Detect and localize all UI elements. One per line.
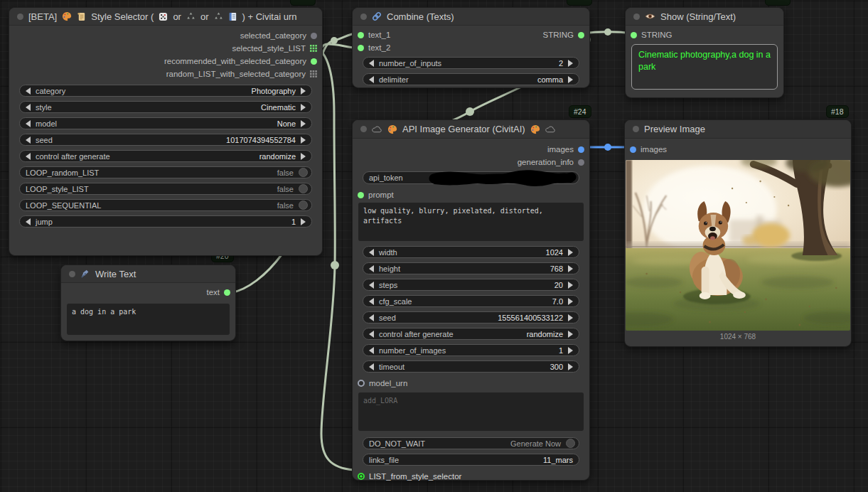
widget-number-of-images[interactable]: number_of_images 1 (363, 344, 579, 356)
slot-dot[interactable] (224, 289, 230, 296)
slot-dot[interactable] (578, 146, 584, 153)
slot-dot[interactable] (311, 58, 317, 65)
node-api-image-generator[interactable]: API Image Generator (CivitAI) images gen… (352, 119, 590, 481)
node-titlebar[interactable]: Combine (Texts) (353, 8, 589, 26)
widget-api-token[interactable]: api_token (363, 171, 579, 184)
collapse-dot[interactable] (360, 14, 367, 20)
input-slot-list-from-style-selector[interactable]: LIST_from_style_selector (353, 470, 589, 483)
decrement-arrow-icon[interactable] (369, 363, 374, 370)
output-slot-selected-category[interactable]: selected_category (9, 29, 322, 42)
decrement-arrow-icon[interactable] (369, 282, 374, 289)
widget-seed[interactable]: seed 1017074394552784 (19, 134, 312, 146)
decrement-arrow-icon[interactable] (26, 153, 31, 160)
widget-control-after-generate[interactable]: control after generate randomize (363, 328, 579, 340)
node-preview-image[interactable]: Preview Image images (624, 119, 852, 347)
node-write-text[interactable]: Write Text text a dog in a park (60, 264, 236, 341)
decrement-arrow-icon[interactable] (369, 347, 374, 354)
widget-timeout[interactable]: timeout 300 (363, 360, 579, 373)
decrement-arrow-icon[interactable] (26, 120, 31, 127)
increment-arrow-icon[interactable] (568, 265, 573, 272)
toggle-knob[interactable] (299, 184, 308, 193)
input-slot-dot[interactable] (358, 32, 364, 38)
widget-model[interactable]: model None (19, 117, 312, 129)
increment-arrow-icon[interactable] (568, 314, 573, 321)
widget-links-file[interactable]: links_file 11_mars (363, 454, 579, 466)
widget-number-of-inputs[interactable]: number_of_inputs 2 (363, 57, 579, 69)
slot-dot[interactable] (358, 473, 365, 480)
widget-jump[interactable]: jump 1 (19, 215, 312, 228)
widget-category[interactable]: category Photography (19, 85, 312, 97)
node-graph-canvas[interactable]: #24 #18 #20 [BETA] Style Selector ( or o… (0, 0, 868, 492)
list-grid-slot-icon[interactable] (310, 45, 317, 52)
negative-prompt-textarea[interactable]: low quality, blurry, pixelated, distorte… (358, 203, 584, 241)
write-text-textarea[interactable]: a dog in a park (67, 304, 230, 335)
output-slot-text[interactable]: text (61, 286, 235, 299)
decrement-arrow-icon[interactable] (369, 331, 374, 338)
output-slot-dot[interactable] (578, 32, 584, 38)
slot-dot[interactable] (311, 33, 317, 39)
collapse-dot[interactable] (360, 126, 367, 132)
decrement-arrow-icon[interactable] (26, 87, 31, 95)
input-slot-text2[interactable]: text_2 (353, 41, 589, 54)
toggle-knob[interactable] (566, 439, 575, 448)
input-slot-prompt[interactable]: prompt (353, 188, 589, 201)
node-titlebar[interactable]: [BETA] Style Selector ( or or ) + Civita… (9, 8, 322, 26)
widget-do-not-wait[interactable]: DO_NOT_WAIT Generate Now (363, 437, 579, 449)
input-slot-images[interactable]: images (625, 143, 851, 156)
node-combine-texts[interactable]: Combine (Texts) text_1 STRING text_2 num… (352, 7, 590, 88)
widget-loop-sequential[interactable]: LOOP_SEQUENTIAL false (19, 199, 312, 211)
output-slot-selected-style-list[interactable]: selected_style_LIST (9, 42, 322, 55)
decrement-arrow-icon[interactable] (369, 298, 374, 305)
increment-arrow-icon[interactable] (568, 60, 573, 67)
decrement-arrow-icon[interactable] (26, 218, 31, 225)
slot-dot[interactable] (358, 380, 365, 387)
collapse-dot[interactable] (633, 14, 640, 20)
increment-arrow-icon[interactable] (301, 104, 306, 111)
output-slot-generation-info[interactable]: generation_info (353, 156, 589, 169)
show-text-output[interactable]: Cinematic photography,a dog in a park (631, 44, 778, 90)
widget-seed[interactable]: seed 155561400533122 (363, 311, 579, 323)
node-titlebar[interactable]: Show (String/Text) (626, 8, 783, 26)
input-slot-string[interactable]: STRING (626, 28, 783, 41)
widget-height[interactable]: height 768 (363, 262, 579, 274)
increment-arrow-icon[interactable] (568, 363, 573, 370)
output-slot-images[interactable]: images (353, 143, 589, 156)
input-slot-model-urn[interactable]: model_urn (353, 377, 589, 390)
widget-cfg-scale[interactable]: cfg_scale 7.0 (363, 295, 579, 307)
collapse-dot[interactable] (633, 126, 639, 132)
widget-steps[interactable]: steps 20 (363, 279, 579, 291)
toggle-knob[interactable] (299, 200, 308, 210)
widget-loop-style-list[interactable]: LOOP_style_LIST false (19, 183, 312, 195)
slot-dot[interactable] (358, 45, 364, 51)
widget-width[interactable]: width 1024 (363, 246, 579, 258)
toggle-knob[interactable] (299, 168, 308, 177)
increment-arrow-icon[interactable] (568, 76, 573, 83)
increment-arrow-icon[interactable] (301, 120, 306, 127)
widget-delimiter[interactable]: delimiter comma (363, 73, 579, 85)
node-titlebar[interactable]: Write Text (61, 265, 235, 283)
widget-style[interactable]: style Cinematic (19, 101, 312, 113)
widget-loop-random-list[interactable]: LOOP_random_LIST false (19, 166, 312, 178)
widget-control-after-generate[interactable]: control after generate randomize (19, 150, 312, 162)
list-grid-slot-icon[interactable] (310, 70, 317, 77)
increment-arrow-icon[interactable] (568, 331, 573, 338)
increment-arrow-icon[interactable] (568, 347, 573, 354)
slot-dot[interactable] (358, 192, 364, 198)
decrement-arrow-icon[interactable] (369, 60, 374, 67)
node-titlebar[interactable]: API Image Generator (CivitAI) (353, 120, 589, 139)
increment-arrow-icon[interactable] (301, 218, 306, 225)
decrement-arrow-icon[interactable] (369, 314, 374, 321)
slot-dot[interactable] (631, 32, 637, 38)
output-slot-random-list[interactable]: random_LIST_with_selected_category (9, 68, 322, 80)
node-show-string[interactable]: Show (String/Text) STRING Cinematic phot… (625, 7, 784, 98)
increment-arrow-icon[interactable] (301, 137, 306, 144)
collapse-dot[interactable] (17, 14, 23, 20)
node-titlebar[interactable]: Preview Image (625, 120, 851, 139)
slot-dot[interactable] (630, 146, 636, 153)
increment-arrow-icon[interactable] (568, 249, 573, 256)
increment-arrow-icon[interactable] (568, 282, 573, 289)
decrement-arrow-icon[interactable] (26, 104, 31, 111)
output-slot-recommended[interactable]: recommended_with_selected_category (9, 55, 322, 68)
slot-dot[interactable] (578, 159, 584, 166)
decrement-arrow-icon[interactable] (369, 76, 374, 83)
